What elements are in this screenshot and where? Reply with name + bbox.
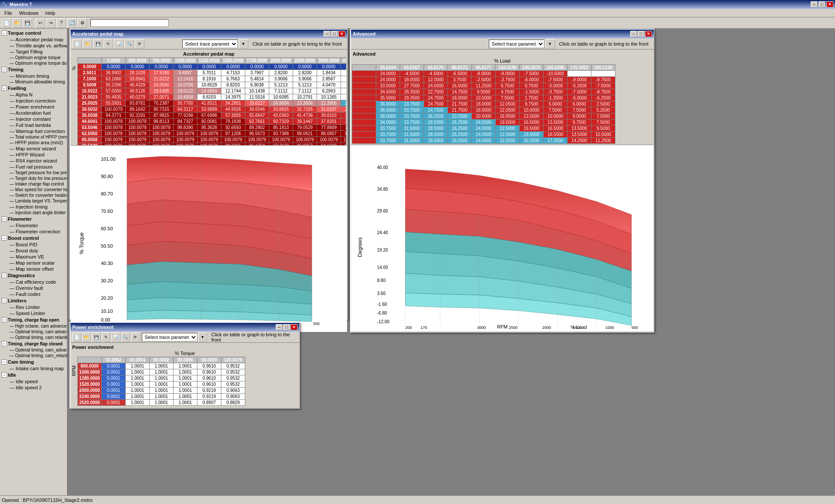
menu-file[interactable]: File bbox=[1, 10, 16, 17]
tree-item-opt-cam-adv[interactable]: — Optimal timing, cam advanced bbox=[9, 329, 66, 335]
adv-win-maximize[interactable]: □ bbox=[638, 31, 645, 37]
tree-item-lambda-temp[interactable]: — Lambda target VS. Temperature bbox=[9, 198, 66, 204]
tree-item-idle-speed2[interactable]: — Idle speed 2 bbox=[9, 385, 66, 391]
redo-button[interactable]: ↪ bbox=[46, 18, 56, 28]
accel-win-minimize[interactable]: ─ bbox=[324, 31, 331, 37]
tree-group-timing[interactable]: - Timing bbox=[1, 66, 66, 73]
save-button[interactable]: 💾 bbox=[23, 18, 32, 28]
tree-item-intake-cam[interactable]: — Intake cam timing map bbox=[9, 365, 66, 371]
menu-help[interactable]: Help bbox=[42, 10, 59, 17]
tree-item-idle-speed[interactable]: — Idle speed bbox=[9, 378, 66, 385]
tree-item-hpfp-vol[interactable]: — Total volume of HPFP (mm3) bbox=[9, 134, 66, 140]
tree-item-power-enrich[interactable]: — Power enrichment bbox=[9, 104, 66, 110]
refresh-button[interactable]: 🔄 bbox=[67, 18, 77, 28]
idle-expander[interactable]: - bbox=[2, 372, 7, 378]
accel-win-close[interactable]: ✕ bbox=[338, 31, 345, 37]
timing-expander[interactable]: - bbox=[2, 67, 7, 72]
accel-trace-select[interactable]: Select trace paramet bbox=[182, 40, 238, 48]
tree-item-hpfp-wizard[interactable]: — HPFP Wizard bbox=[9, 152, 66, 158]
pe-tool-b3[interactable]: 💾 bbox=[92, 332, 101, 342]
pe-tool-b5[interactable]: 📊 bbox=[111, 332, 120, 342]
tree-item-flowmeter-corr[interactable]: — Flowmeter correction bbox=[9, 229, 66, 235]
adv-win-close[interactable]: ✕ bbox=[645, 31, 652, 37]
app-maximize-button[interactable]: □ bbox=[818, 1, 825, 7]
tree-item-hpfp-piston[interactable]: — HPFP piston area (mm2) bbox=[9, 140, 66, 146]
accel-tool-b3[interactable]: 🔍 bbox=[124, 39, 134, 49]
tree-item-flowmeter[interactable]: — Flowmeter bbox=[9, 222, 66, 229]
pe-tool-b2[interactable]: 📂 bbox=[82, 332, 91, 342]
tree-item-inj-start[interactable]: — Injection start angle limiter bbox=[9, 210, 66, 216]
accel-win-title-bar[interactable]: Accelerator pedal map ─ □ ✕ bbox=[70, 30, 347, 38]
tree-item-inj-constant[interactable]: — Injector constant bbox=[9, 116, 66, 122]
timing-flap-closed-expander[interactable]: - bbox=[2, 341, 7, 346]
tree-item-min-allow-timing[interactable]: — Minimum allowable timing bbox=[9, 79, 66, 85]
tree-group-torque[interactable]: - Torque control bbox=[1, 30, 66, 36]
pe-trace-select[interactable]: Select trace paramet bbox=[142, 333, 197, 342]
accel-data-table[interactable]: 3.0000 400.0000 706.0000 1000.0000 1250.… bbox=[77, 57, 346, 145]
fuelling-expander[interactable]: - bbox=[2, 86, 7, 91]
tree-group-diagnostics[interactable]: - Diagnostics bbox=[1, 272, 66, 279]
pe-win-close[interactable]: ✕ bbox=[291, 324, 297, 330]
tree-group-timing-flap-open[interactable]: - Timing, charge flap open bbox=[1, 316, 66, 323]
boost-expander[interactable]: - bbox=[2, 235, 7, 241]
diagnostics-expander[interactable]: - bbox=[2, 273, 7, 278]
tree-item-opt-cam-ret[interactable]: — Optimal timing, cam retarded bbox=[9, 335, 66, 340]
accel-tool-b1[interactable]: ✎ bbox=[104, 39, 113, 49]
tree-item-target-duty[interactable]: — Target duty for low pressure fuel p... bbox=[9, 176, 66, 181]
app-minimize-button[interactable]: ─ bbox=[811, 1, 818, 7]
pe-trace-btn[interactable]: ▼ bbox=[198, 332, 207, 342]
accel-tool-b2[interactable]: 📊 bbox=[114, 39, 124, 49]
tree-group-timing-flap-closed[interactable]: - Timing, charge flap closed bbox=[1, 340, 66, 347]
adv-win-title-bar[interactable]: Advanced ─ □ ✕ bbox=[351, 30, 654, 38]
tree-group-boost[interactable]: - Boost control bbox=[1, 235, 66, 242]
accel-tool-save[interactable]: 💾 bbox=[93, 39, 103, 49]
cam-timing-expander[interactable]: - bbox=[2, 359, 7, 365]
accel-trace-btn[interactable]: ▼ bbox=[239, 39, 248, 49]
pe-tool-b7[interactable]: ⟳ bbox=[131, 332, 140, 342]
tree-group-idle[interactable]: - Idle bbox=[1, 371, 66, 378]
accel-table-scroll[interactable]: 3.0000 400.0000 706.0000 1000.0000 1250.… bbox=[77, 57, 346, 145]
limiters-expander[interactable]: - bbox=[2, 298, 7, 303]
accel-tool-b4[interactable]: ⟳ bbox=[135, 39, 144, 49]
accel-tool-open[interactable]: 📂 bbox=[83, 39, 92, 49]
accel-chart-area[interactable]: 101.00 90.80 80.70 70.60 60.50 50.50 40.… bbox=[70, 145, 347, 332]
settings-button[interactable]: ⚙ bbox=[77, 18, 87, 28]
pe-tool-b4[interactable]: ✎ bbox=[102, 332, 111, 342]
adv-trace-select[interactable]: Select trace paramet bbox=[489, 40, 544, 48]
tree-item-fuel-rail[interactable]: — Fuel rail pressure bbox=[9, 164, 66, 170]
tree-item-map-sensor-wizard[interactable]: — Map sensor wizard bbox=[9, 146, 66, 152]
adv-chart-area[interactable]: 40.00 34.80 29.60 24.40 19.20 14.00 8.80… bbox=[351, 145, 654, 332]
tree-item-boost-pid[interactable]: — Boost PID bbox=[9, 242, 66, 248]
new-button[interactable]: 📄 bbox=[2, 18, 11, 28]
tree-item-max-speed-conv[interactable]: — Max speed for converter heating bbox=[9, 187, 66, 192]
tree-item-full-lambda[interactable]: — Full load lambda bbox=[9, 122, 66, 128]
tree-item-rs4-wizard[interactable]: — RS4 injector wizard bbox=[9, 158, 66, 164]
adv-win-minimize[interactable]: ─ bbox=[630, 31, 637, 37]
timing-flap-open-expander[interactable]: - bbox=[2, 317, 7, 322]
tree-item-opt-torque-shift[interactable]: — Optimum engine torque during sh... bbox=[9, 60, 66, 66]
tree-item-fault-codes[interactable]: — Fault codes bbox=[9, 291, 66, 297]
tree-item-warmup-fuel[interactable]: — Warmup fuel correction bbox=[9, 128, 66, 134]
tree-item-inj-timing[interactable]: — Injection timing bbox=[9, 204, 66, 210]
adv-trace-btn[interactable]: ▼ bbox=[545, 39, 555, 49]
pe-tool-b1[interactable]: 📄 bbox=[72, 332, 81, 342]
tree-item-max-ve[interactable]: — Maximum VE bbox=[9, 254, 66, 260]
tree-item-boost-duty[interactable]: — Boost duty bbox=[9, 248, 66, 254]
pe-win-minimize[interactable]: ─ bbox=[276, 324, 283, 330]
tree-item-opt-torque[interactable]: — Optimum engine torque bbox=[9, 55, 66, 60]
pe-tool-b6[interactable]: 🔍 bbox=[121, 332, 130, 342]
menu-windows[interactable]: Windows bbox=[16, 10, 42, 17]
tree-item-opt-cam-ret2[interactable]: — Optimal timing, cam_retarded bbox=[9, 353, 66, 358]
tree-item-map-offset[interactable]: — Map sensor offset bbox=[9, 266, 66, 272]
undo-button[interactable]: ↩ bbox=[36, 18, 45, 28]
flowmeter-expander[interactable]: - bbox=[2, 216, 7, 222]
tree-group-fuelling[interactable]: - Fuelling bbox=[1, 85, 66, 92]
tree-item-rev-limiter[interactable]: — Rev Limiter bbox=[9, 304, 66, 310]
open-button[interactable]: 📂 bbox=[12, 18, 22, 28]
tree-item-inj-correction[interactable]: — Injection correction bbox=[9, 98, 66, 104]
tree-item-alpha-n[interactable]: — Alpha N bbox=[9, 92, 66, 98]
tree-item-map-scalar[interactable]: — Map sensor scalar bbox=[9, 260, 66, 266]
pe-data-table[interactable]: 55.0062 60.0054 80.0082 90.0096 98.0089 … bbox=[77, 357, 245, 406]
tree-item-cat-code[interactable]: — Cat efficiency code bbox=[9, 279, 66, 285]
help-button[interactable]: ? bbox=[57, 18, 66, 28]
